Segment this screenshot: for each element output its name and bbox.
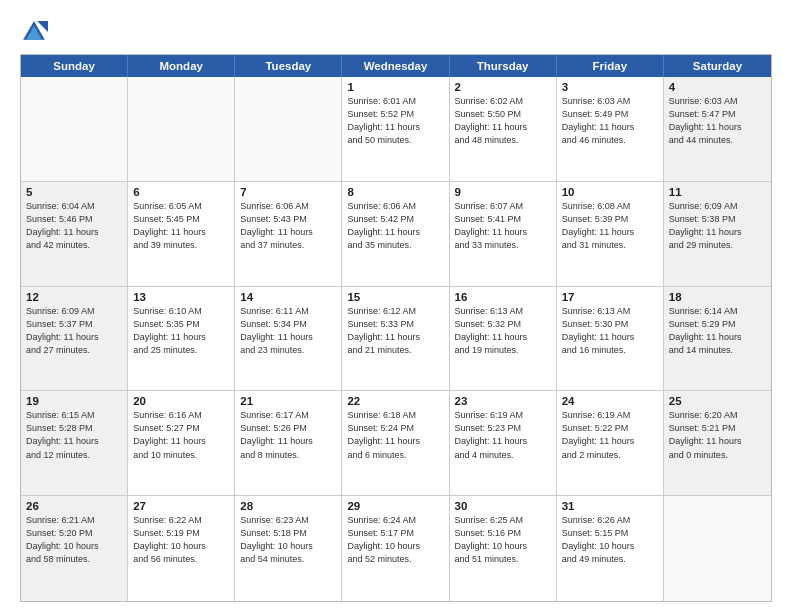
cal-cell-24: 24Sunrise: 6:19 AMSunset: 5:22 PMDayligh… xyxy=(557,391,664,495)
day-number: 31 xyxy=(562,500,658,512)
cal-cell-11: 11Sunrise: 6:09 AMSunset: 5:38 PMDayligh… xyxy=(664,182,771,286)
cal-cell-4: 4Sunrise: 6:03 AMSunset: 5:47 PMDaylight… xyxy=(664,77,771,181)
day-number: 29 xyxy=(347,500,443,512)
cal-cell-30: 30Sunrise: 6:25 AMSunset: 5:16 PMDayligh… xyxy=(450,496,557,601)
day-info: Sunrise: 6:24 AMSunset: 5:17 PMDaylight:… xyxy=(347,514,443,566)
cal-cell-22: 22Sunrise: 6:18 AMSunset: 5:24 PMDayligh… xyxy=(342,391,449,495)
cal-cell-empty xyxy=(664,496,771,601)
day-number: 3 xyxy=(562,81,658,93)
day-number: 9 xyxy=(455,186,551,198)
day-number: 27 xyxy=(133,500,229,512)
cal-cell-16: 16Sunrise: 6:13 AMSunset: 5:32 PMDayligh… xyxy=(450,287,557,391)
week-row-2: 5Sunrise: 6:04 AMSunset: 5:46 PMDaylight… xyxy=(21,182,771,287)
logo xyxy=(20,18,52,46)
weekday-header-saturday: Saturday xyxy=(664,55,771,77)
day-info: Sunrise: 6:01 AMSunset: 5:52 PMDaylight:… xyxy=(347,95,443,147)
cal-cell-5: 5Sunrise: 6:04 AMSunset: 5:46 PMDaylight… xyxy=(21,182,128,286)
logo-icon xyxy=(20,18,48,46)
day-info: Sunrise: 6:14 AMSunset: 5:29 PMDaylight:… xyxy=(669,305,766,357)
day-info: Sunrise: 6:22 AMSunset: 5:19 PMDaylight:… xyxy=(133,514,229,566)
day-number: 5 xyxy=(26,186,122,198)
weekday-header-wednesday: Wednesday xyxy=(342,55,449,77)
cal-cell-empty xyxy=(21,77,128,181)
day-number: 25 xyxy=(669,395,766,407)
day-info: Sunrise: 6:23 AMSunset: 5:18 PMDaylight:… xyxy=(240,514,336,566)
day-info: Sunrise: 6:26 AMSunset: 5:15 PMDaylight:… xyxy=(562,514,658,566)
day-info: Sunrise: 6:02 AMSunset: 5:50 PMDaylight:… xyxy=(455,95,551,147)
cal-cell-12: 12Sunrise: 6:09 AMSunset: 5:37 PMDayligh… xyxy=(21,287,128,391)
day-info: Sunrise: 6:17 AMSunset: 5:26 PMDaylight:… xyxy=(240,409,336,461)
day-info: Sunrise: 6:16 AMSunset: 5:27 PMDaylight:… xyxy=(133,409,229,461)
day-info: Sunrise: 6:07 AMSunset: 5:41 PMDaylight:… xyxy=(455,200,551,252)
week-row-1: 1Sunrise: 6:01 AMSunset: 5:52 PMDaylight… xyxy=(21,77,771,182)
weekday-header-sunday: Sunday xyxy=(21,55,128,77)
day-number: 30 xyxy=(455,500,551,512)
cal-cell-15: 15Sunrise: 6:12 AMSunset: 5:33 PMDayligh… xyxy=(342,287,449,391)
day-info: Sunrise: 6:15 AMSunset: 5:28 PMDaylight:… xyxy=(26,409,122,461)
week-row-4: 19Sunrise: 6:15 AMSunset: 5:28 PMDayligh… xyxy=(21,391,771,496)
weekday-header-tuesday: Tuesday xyxy=(235,55,342,77)
day-info: Sunrise: 6:09 AMSunset: 5:38 PMDaylight:… xyxy=(669,200,766,252)
cal-cell-25: 25Sunrise: 6:20 AMSunset: 5:21 PMDayligh… xyxy=(664,391,771,495)
cal-cell-26: 26Sunrise: 6:21 AMSunset: 5:20 PMDayligh… xyxy=(21,496,128,601)
day-number: 20 xyxy=(133,395,229,407)
day-info: Sunrise: 6:19 AMSunset: 5:23 PMDaylight:… xyxy=(455,409,551,461)
day-number: 15 xyxy=(347,291,443,303)
day-info: Sunrise: 6:25 AMSunset: 5:16 PMDaylight:… xyxy=(455,514,551,566)
day-number: 8 xyxy=(347,186,443,198)
day-number: 28 xyxy=(240,500,336,512)
day-number: 17 xyxy=(562,291,658,303)
day-number: 7 xyxy=(240,186,336,198)
day-info: Sunrise: 6:06 AMSunset: 5:43 PMDaylight:… xyxy=(240,200,336,252)
cal-cell-21: 21Sunrise: 6:17 AMSunset: 5:26 PMDayligh… xyxy=(235,391,342,495)
cal-cell-17: 17Sunrise: 6:13 AMSunset: 5:30 PMDayligh… xyxy=(557,287,664,391)
cal-cell-3: 3Sunrise: 6:03 AMSunset: 5:49 PMDaylight… xyxy=(557,77,664,181)
weekday-header-friday: Friday xyxy=(557,55,664,77)
cal-cell-14: 14Sunrise: 6:11 AMSunset: 5:34 PMDayligh… xyxy=(235,287,342,391)
cal-cell-18: 18Sunrise: 6:14 AMSunset: 5:29 PMDayligh… xyxy=(664,287,771,391)
day-number: 12 xyxy=(26,291,122,303)
day-info: Sunrise: 6:13 AMSunset: 5:32 PMDaylight:… xyxy=(455,305,551,357)
cal-cell-27: 27Sunrise: 6:22 AMSunset: 5:19 PMDayligh… xyxy=(128,496,235,601)
day-info: Sunrise: 6:21 AMSunset: 5:20 PMDaylight:… xyxy=(26,514,122,566)
day-number: 10 xyxy=(562,186,658,198)
weekday-header-thursday: Thursday xyxy=(450,55,557,77)
cal-cell-23: 23Sunrise: 6:19 AMSunset: 5:23 PMDayligh… xyxy=(450,391,557,495)
day-number: 2 xyxy=(455,81,551,93)
cal-cell-19: 19Sunrise: 6:15 AMSunset: 5:28 PMDayligh… xyxy=(21,391,128,495)
day-number: 16 xyxy=(455,291,551,303)
day-info: Sunrise: 6:09 AMSunset: 5:37 PMDaylight:… xyxy=(26,305,122,357)
week-row-3: 12Sunrise: 6:09 AMSunset: 5:37 PMDayligh… xyxy=(21,287,771,392)
day-info: Sunrise: 6:08 AMSunset: 5:39 PMDaylight:… xyxy=(562,200,658,252)
day-info: Sunrise: 6:03 AMSunset: 5:49 PMDaylight:… xyxy=(562,95,658,147)
cal-cell-6: 6Sunrise: 6:05 AMSunset: 5:45 PMDaylight… xyxy=(128,182,235,286)
cal-cell-20: 20Sunrise: 6:16 AMSunset: 5:27 PMDayligh… xyxy=(128,391,235,495)
day-number: 14 xyxy=(240,291,336,303)
cal-cell-31: 31Sunrise: 6:26 AMSunset: 5:15 PMDayligh… xyxy=(557,496,664,601)
day-info: Sunrise: 6:10 AMSunset: 5:35 PMDaylight:… xyxy=(133,305,229,357)
cal-cell-8: 8Sunrise: 6:06 AMSunset: 5:42 PMDaylight… xyxy=(342,182,449,286)
cal-cell-29: 29Sunrise: 6:24 AMSunset: 5:17 PMDayligh… xyxy=(342,496,449,601)
day-info: Sunrise: 6:12 AMSunset: 5:33 PMDaylight:… xyxy=(347,305,443,357)
day-info: Sunrise: 6:19 AMSunset: 5:22 PMDaylight:… xyxy=(562,409,658,461)
day-number: 4 xyxy=(669,81,766,93)
day-number: 19 xyxy=(26,395,122,407)
day-info: Sunrise: 6:11 AMSunset: 5:34 PMDaylight:… xyxy=(240,305,336,357)
day-info: Sunrise: 6:04 AMSunset: 5:46 PMDaylight:… xyxy=(26,200,122,252)
day-number: 22 xyxy=(347,395,443,407)
day-number: 6 xyxy=(133,186,229,198)
cal-cell-7: 7Sunrise: 6:06 AMSunset: 5:43 PMDaylight… xyxy=(235,182,342,286)
cal-cell-1: 1Sunrise: 6:01 AMSunset: 5:52 PMDaylight… xyxy=(342,77,449,181)
weekday-header-monday: Monday xyxy=(128,55,235,77)
cal-cell-empty xyxy=(235,77,342,181)
day-info: Sunrise: 6:18 AMSunset: 5:24 PMDaylight:… xyxy=(347,409,443,461)
day-info: Sunrise: 6:03 AMSunset: 5:47 PMDaylight:… xyxy=(669,95,766,147)
day-info: Sunrise: 6:06 AMSunset: 5:42 PMDaylight:… xyxy=(347,200,443,252)
day-info: Sunrise: 6:05 AMSunset: 5:45 PMDaylight:… xyxy=(133,200,229,252)
cal-cell-empty xyxy=(128,77,235,181)
cal-cell-2: 2Sunrise: 6:02 AMSunset: 5:50 PMDaylight… xyxy=(450,77,557,181)
day-info: Sunrise: 6:20 AMSunset: 5:21 PMDaylight:… xyxy=(669,409,766,461)
day-number: 13 xyxy=(133,291,229,303)
week-row-5: 26Sunrise: 6:21 AMSunset: 5:20 PMDayligh… xyxy=(21,496,771,601)
page: SundayMondayTuesdayWednesdayThursdayFrid… xyxy=(0,0,792,612)
